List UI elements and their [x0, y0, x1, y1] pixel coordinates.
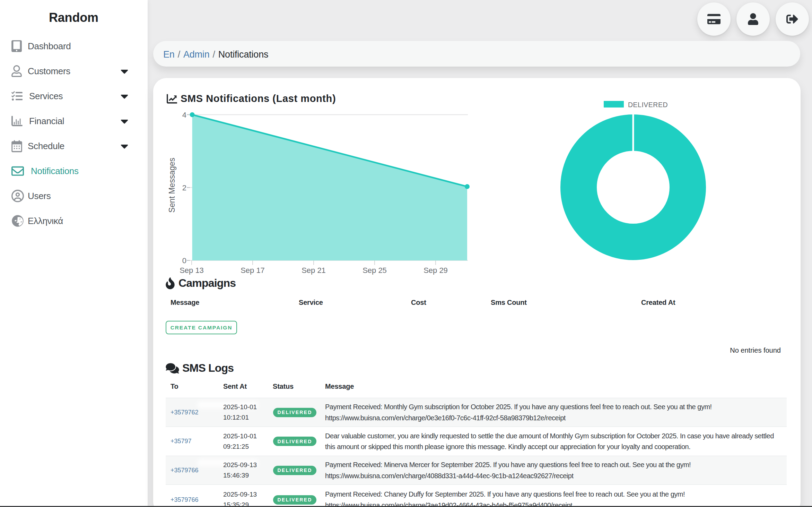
svg-text:Sep 29: Sep 29	[424, 266, 448, 275]
svg-text:4: 4	[182, 111, 186, 119]
svg-text:0: 0	[182, 256, 186, 265]
svg-text:Sent Messages: Sent Messages	[167, 158, 176, 213]
svg-text:DELIVERED: DELIVERED	[628, 101, 668, 109]
svg-text:Sep 13: Sep 13	[180, 266, 204, 275]
svg-text:Sep 25: Sep 25	[363, 266, 387, 275]
svg-text:Sep 21: Sep 21	[302, 266, 326, 275]
svg-text:2: 2	[182, 183, 186, 192]
svg-text:Sep 17: Sep 17	[241, 266, 265, 275]
